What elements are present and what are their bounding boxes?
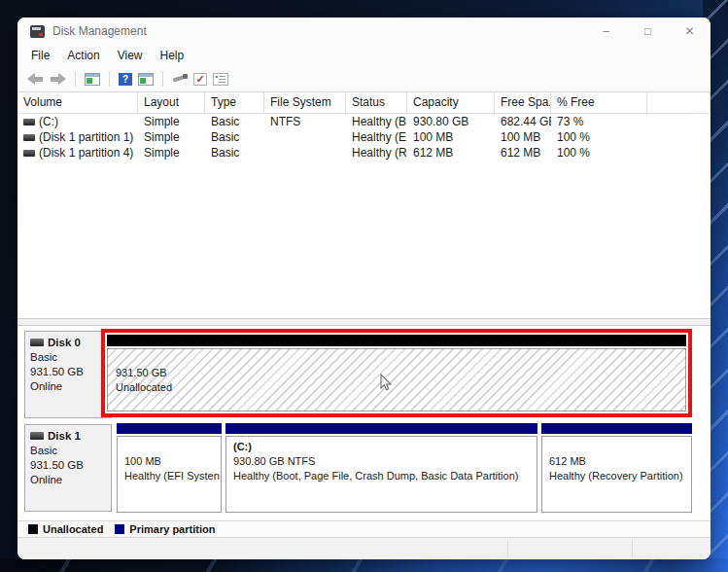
volume-list-pane: Volume Layout Type File System Status Ca… — [17, 92, 711, 318]
capacity-cell: 612 MB — [407, 146, 495, 160]
window-title: Disk Management — [52, 24, 147, 38]
table-row[interactable]: (Disk 1 partition 1) Simple Basic Health… — [17, 129, 711, 145]
window-controls: – □ ✕ — [585, 18, 711, 45]
disk0-label-panel[interactable]: Disk 0 Basic 931.50 GB Online — [24, 331, 112, 418]
type-cell: Basic — [205, 115, 264, 128]
file-system-cell: NTFS — [264, 115, 346, 128]
show-console-tree-icon[interactable] — [85, 73, 100, 86]
column-header-capacity[interactable]: Capacity — [407, 92, 495, 113]
capacity-cell: 930.80 GB — [407, 115, 495, 128]
menu-view[interactable]: View — [109, 45, 152, 66]
mouse-cursor — [379, 374, 393, 393]
properties-icon[interactable] — [213, 73, 228, 86]
primary-partition-band — [117, 423, 222, 434]
volume-cell: (Disk 1 partition 4) — [17, 146, 138, 160]
free-space-cell: 682.44 GB — [495, 115, 551, 128]
primary-partition-swatch — [115, 524, 124, 534]
partition-title — [549, 440, 691, 454]
volume-list-header: Volume Layout Type File System Status Ca… — [17, 92, 711, 114]
disk-icon — [30, 432, 44, 440]
layout-cell: Simple — [138, 130, 205, 144]
help-icon[interactable]: ? — [119, 73, 132, 86]
layout-cell: Simple — [138, 115, 205, 128]
forward-icon[interactable] — [50, 73, 66, 85]
menu-bar: File Action View Help — [17, 45, 711, 66]
legend-label-unallocated: Unallocated — [43, 523, 103, 535]
volume-name: (Disk 1 partition 1) — [39, 130, 133, 144]
partition-c[interactable]: (C:) 930.80 GB NTFS Healthy (Boot, Page … — [225, 423, 537, 513]
layout-cell: Simple — [138, 146, 205, 160]
pct-free-cell: 73 % — [551, 115, 647, 128]
unallocated-region[interactable]: 931.50 GB Unallocated — [107, 348, 686, 411]
primary-partition-band — [541, 423, 692, 434]
disk-status: Online — [30, 473, 107, 487]
partition-title — [124, 440, 221, 454]
pct-free-cell: 100 % — [551, 130, 647, 144]
partition-status: Healthy (EFI Systen — [124, 469, 221, 483]
disk-graphical-pane: Disk 0 Basic 931.50 GB Online 931.50 GB … — [17, 326, 711, 520]
free-space-cell: 100 MB — [495, 130, 551, 144]
title-bar[interactable]: Disk Management – □ ✕ — [17, 18, 711, 45]
disk-management-app-icon — [30, 25, 45, 38]
wallpaper-bottom — [0, 558, 728, 572]
column-header-free-space[interactable]: Free Spa... — [495, 92, 551, 113]
pct-free-cell: 100 % — [551, 146, 647, 160]
desktop: Disk Management – □ ✕ File Action View H… — [0, 0, 728, 572]
disk1-regions: 100 MB Healthy (EFI Systen (C:) 930.80 G… — [117, 423, 692, 513]
partition-status: Healthy (Recovery Partition) — [549, 469, 691, 483]
column-header-pct-free[interactable]: % Free — [551, 92, 647, 113]
status-cell: Healthy (E... — [346, 130, 407, 144]
disk-status: Online — [30, 379, 107, 394]
disk-tool-icon[interactable] — [172, 73, 188, 85]
disk-icon — [30, 339, 44, 346]
status-cell: Healthy (R... — [346, 146, 407, 160]
maximize-button[interactable]: □ — [627, 18, 669, 45]
show-action-pane-icon[interactable] — [138, 73, 154, 86]
column-header-status[interactable]: Status — [346, 92, 407, 113]
column-header-filler — [647, 92, 711, 113]
toolbar-separator — [162, 71, 163, 87]
toolbar-separator — [75, 71, 76, 87]
pane-splitter[interactable] — [17, 318, 711, 326]
check-document-icon[interactable]: ✓ — [193, 73, 207, 86]
partition-size: 930.80 GB NTFS — [233, 454, 537, 469]
primary-partition-band — [225, 423, 537, 434]
highlight-box: 931.50 GB Unallocated — [101, 329, 692, 417]
partition-recovery[interactable]: 612 MB Healthy (Recovery Partition) — [541, 423, 692, 513]
disk-name: Disk 1 — [48, 430, 81, 442]
table-row[interactable]: (C:) Simple Basic NTFS Healthy (B... 930… — [17, 114, 711, 129]
volume-cell: (Disk 1 partition 1) — [17, 130, 138, 144]
column-header-type[interactable]: Type — [205, 92, 264, 113]
disk-name: Disk 0 — [48, 337, 81, 348]
disk-management-window: Disk Management – □ ✕ File Action View H… — [17, 18, 711, 559]
column-header-file-system[interactable]: File System — [264, 92, 346, 113]
disk-type: Basic — [30, 444, 107, 458]
unallocated-swatch — [28, 524, 38, 534]
partition-title: (C:) — [233, 440, 537, 454]
disk-type: Basic — [30, 350, 107, 365]
column-header-volume[interactable]: Volume — [17, 92, 138, 113]
legend-label-primary: Primary partition — [129, 523, 215, 535]
disk1-label-panel[interactable]: Disk 1 Basic 931.50 GB Online — [24, 424, 112, 512]
column-header-layout[interactable]: Layout — [138, 92, 205, 113]
status-bar-divider — [632, 540, 633, 557]
disk0-row: Disk 0 Basic 931.50 GB Online 931.50 GB … — [17, 328, 711, 419]
partition-status: Healthy (Boot, Page File, Crash Dump, Ba… — [233, 469, 537, 483]
toolbar-separator — [109, 71, 110, 87]
menu-file[interactable]: File — [22, 45, 58, 66]
partition-size: 612 MB — [549, 454, 691, 469]
menu-action[interactable]: Action — [58, 45, 108, 66]
type-cell: Basic — [205, 130, 264, 144]
region-size: 931.50 GB — [116, 366, 167, 380]
table-row[interactable]: (Disk 1 partition 4) Simple Basic Health… — [17, 145, 711, 161]
volume-name: (C:) — [39, 115, 58, 128]
volume-icon — [23, 134, 35, 141]
capacity-cell: 100 MB — [407, 130, 495, 144]
close-button[interactable]: ✕ — [669, 18, 711, 45]
disk1-row: Disk 1 Basic 931.50 GB Online 100 MB Hea… — [17, 421, 711, 515]
menu-help[interactable]: Help — [152, 45, 193, 66]
disk-size: 931.50 GB — [30, 365, 107, 379]
back-icon[interactable] — [27, 73, 44, 85]
minimize-button[interactable]: – — [585, 18, 627, 45]
partition-efi[interactable]: 100 MB Healthy (EFI Systen — [117, 423, 222, 513]
